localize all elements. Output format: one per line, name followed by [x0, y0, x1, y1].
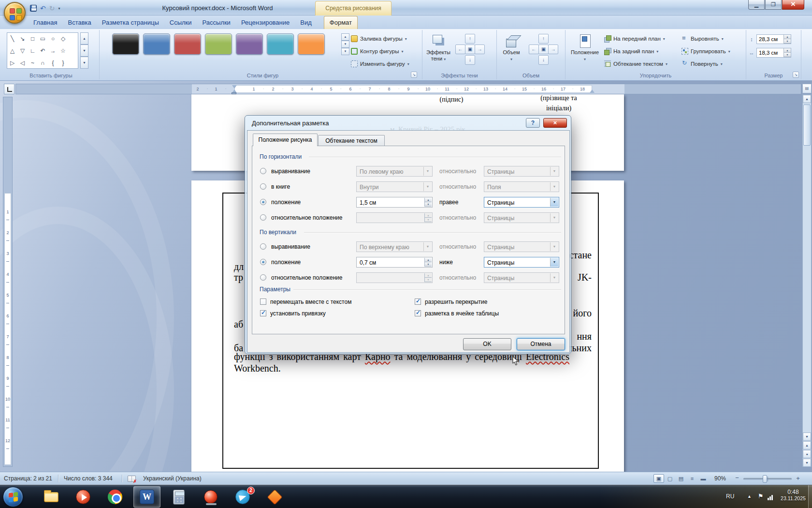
qat-customize-icon[interactable]: ▾: [58, 6, 60, 11]
office-button[interactable]: [4, 2, 26, 24]
action-center-flag-icon[interactable]: ⚑: [758, 493, 764, 500]
shape-line[interactable]: ╲: [7, 33, 17, 45]
ribbon-tab-review[interactable]: Рецензирование: [236, 16, 295, 29]
option-move-with-text-checkbox[interactable]: [260, 299, 266, 305]
full-screen-reading-view-button[interactable]: ▢: [665, 474, 675, 483]
explorer-taskbar-button[interactable]: [38, 486, 65, 508]
vertical-position-relative-combo[interactable]: Страницы▼: [484, 257, 559, 268]
shape-style-swatch-3[interactable]: [174, 33, 201, 55]
zoom-slider[interactable]: [743, 478, 792, 480]
shape-style-swatch-2[interactable]: [143, 33, 170, 55]
scrollbar-thumb[interactable]: [803, 105, 811, 146]
3d-tilt-toggle-button[interactable]: ▣: [538, 45, 549, 54]
spell-check-icon[interactable]: [128, 476, 136, 482]
scroll-down-icon[interactable]: ▼: [803, 433, 811, 441]
arrange-col2-1-button[interactable]: Выровнять▾: [682, 33, 724, 45]
width-spin-up[interactable]: ▲: [783, 48, 791, 53]
ribbon-tab-view[interactable]: Вид: [295, 16, 317, 29]
horizontal-book-radio[interactable]: [260, 183, 266, 190]
option-lock-anchor-checkbox[interactable]: [260, 310, 266, 316]
arrange-col2-2-button[interactable]: Группировать▾: [682, 45, 730, 57]
horizontal-relative-position-radio[interactable]: [260, 214, 266, 221]
tab-picture-position[interactable]: Положение рисунка: [253, 134, 318, 146]
ribbon-tab-page-layout[interactable]: Разметка страницы: [97, 16, 164, 29]
shape-height-field[interactable]: 28,3 см ▲ ▼: [756, 34, 791, 44]
undo-icon[interactable]: ↶: [40, 4, 46, 13]
orange-app-taskbar-button[interactable]: [261, 486, 288, 508]
shape-width-field[interactable]: 18,3 см ▲ ▼: [756, 48, 791, 58]
shadow-nudge-left-button[interactable]: ←: [455, 45, 465, 54]
select-browse-object-icon[interactable]: ●: [803, 450, 811, 458]
shape-curved-arrow[interactable]: ↶: [38, 45, 48, 57]
shape-style-swatch-7[interactable]: [298, 33, 325, 55]
word-taskbar-button[interactable]: W: [133, 486, 160, 508]
shape-diamond[interactable]: ◇: [58, 33, 68, 45]
shape-style-swatch-5[interactable]: [236, 33, 263, 55]
horizontal-position-spin-up[interactable]: ▲: [424, 198, 432, 202]
right-indent-marker[interactable]: [590, 90, 594, 93]
redo-icon[interactable]: ↻: [49, 4, 55, 13]
shadow-effects-button[interactable]: Эффекты тени ▾: [424, 31, 452, 62]
shape-triangle[interactable]: △: [7, 45, 17, 57]
vertical-position-spinner[interactable]: ▲▼0,7 см: [356, 257, 433, 268]
calculator-taskbar-button[interactable]: [165, 486, 192, 508]
vertical-relative-position-radio[interactable]: [260, 274, 266, 281]
position-button[interactable]: Положение ▾: [569, 31, 600, 62]
cancel-button[interactable]: Отмена: [517, 338, 565, 350]
ribbon-tab-references[interactable]: Ссылки: [164, 16, 197, 29]
gallery-scroll-up-icon[interactable]: ▲: [80, 32, 88, 45]
horizontal-position-radio[interactable]: [260, 199, 266, 205]
shape-left-brace[interactable]: {: [48, 57, 58, 69]
language-indicator[interactable]: Украинский (Украина): [143, 472, 202, 485]
show-hidden-icons[interactable]: ▲: [747, 494, 752, 499]
shape-right-angle[interactable]: ∟: [28, 45, 38, 57]
outline-view-button[interactable]: ≡: [687, 474, 697, 483]
save-icon[interactable]: [30, 5, 37, 12]
print-layout-view-button[interactable]: ▣: [653, 474, 664, 483]
horizontal-position-spinner[interactable]: ▲▼1,5 см: [356, 197, 433, 208]
shape-rounded-rectangle[interactable]: ▭: [38, 33, 48, 45]
next-page-icon[interactable]: ▼: [803, 459, 811, 467]
shape-arrow[interactable]: ↘: [17, 33, 28, 45]
taskbar-clock[interactable]: 0:48 23.11.2025: [777, 489, 809, 501]
3d-tilt-up-button[interactable]: ↑: [538, 34, 549, 44]
ribbon-tab-insert[interactable]: Вставка: [62, 16, 96, 29]
gallery-scroll-down-icon[interactable]: ▼: [80, 45, 88, 57]
restore-button[interactable]: ❐: [765, 0, 782, 10]
shape-triangle-right[interactable]: ▷: [7, 57, 17, 69]
vertical-position-relative-dropdown-arrow[interactable]: ▼: [550, 258, 558, 267]
ruler-toggle-button[interactable]: ▤: [802, 84, 812, 93]
show-desktop-button[interactable]: [808, 485, 812, 508]
height-spin-down[interactable]: ▼: [783, 39, 791, 44]
shadow-nudge-right-button[interactable]: →: [475, 45, 485, 54]
media-player-taskbar-button[interactable]: [70, 486, 97, 508]
page-indicator[interactable]: Страница: 2 из 21: [4, 472, 52, 485]
shape-triangle-down[interactable]: ▽: [17, 45, 28, 57]
dialog-help-button[interactable]: ?: [526, 118, 540, 128]
height-spin-up[interactable]: ▲: [783, 35, 791, 39]
3d-tilt-down-button[interactable]: ↓: [538, 55, 549, 65]
shape-fill-button[interactable]: Заливка фигуры ▾: [351, 33, 407, 45]
first-line-indent-marker[interactable]: [232, 85, 237, 89]
vertical-position-spin-up[interactable]: ▲: [424, 258, 432, 262]
3d-tilt-right-button[interactable]: →: [548, 45, 558, 54]
arrange-col1-1-button[interactable]: На передний план▾: [604, 33, 665, 45]
red-sphere-app-taskbar-button[interactable]: [197, 486, 224, 508]
network-icon[interactable]: [768, 493, 773, 502]
shape-outline-button[interactable]: Контур фигуры ▾: [351, 45, 403, 57]
shape-style-swatch-4[interactable]: [205, 33, 232, 55]
shape-triangle-left[interactable]: ◁: [17, 57, 28, 69]
word-count[interactable]: Число слов: 3 344: [64, 472, 113, 485]
shape-right-arrow[interactable]: →: [48, 45, 58, 57]
tab-stop-selector[interactable]: [4, 84, 14, 94]
zoom-slider-thumb[interactable]: [763, 475, 767, 483]
shadow-nudge-up-button[interactable]: ↑: [465, 34, 475, 44]
vertical-position-radio[interactable]: [260, 259, 266, 265]
arrange-col1-3-button[interactable]: Обтекание текстом▾: [604, 58, 667, 70]
vertical-position-spin-down[interactable]: ▼: [424, 262, 432, 267]
previous-page-icon[interactable]: ▲: [803, 441, 811, 449]
shape-rectangle[interactable]: □: [28, 33, 38, 45]
3d-effects-button[interactable]: Объем ▾: [498, 31, 525, 62]
shape-right-brace[interactable]: }: [58, 57, 68, 69]
3d-tilt-left-button[interactable]: ←: [529, 45, 539, 54]
